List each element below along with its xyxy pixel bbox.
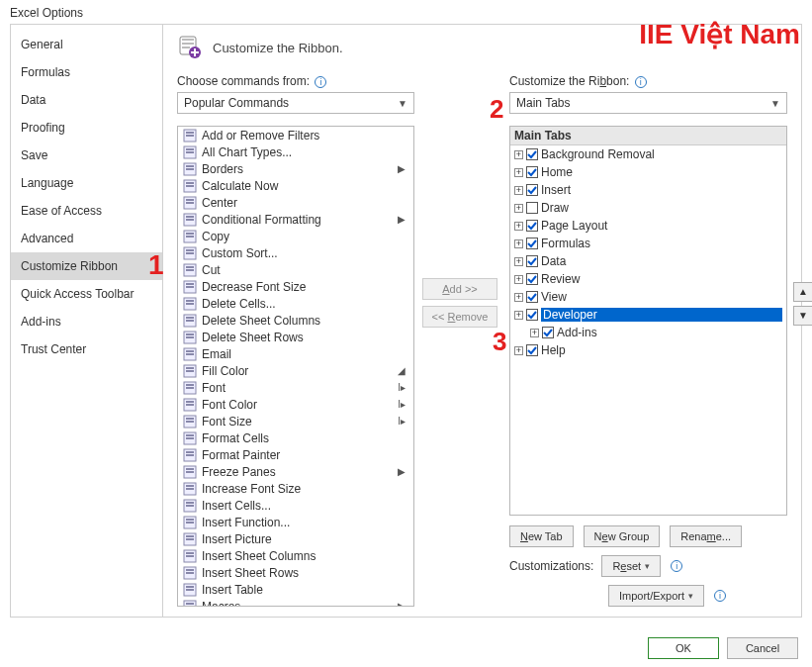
expander-icon[interactable]: + xyxy=(514,257,523,266)
customize-ribbon-dropdown[interactable]: Main Tabs ▼ xyxy=(509,92,787,114)
tab-item-home[interactable]: +Home xyxy=(510,163,786,181)
expander-icon[interactable]: + xyxy=(514,239,523,248)
tab-item-add-ins[interactable]: +Add-ins xyxy=(510,324,786,341)
expander-icon[interactable]: + xyxy=(514,293,523,302)
command-item[interactable]: Delete Cells... xyxy=(178,295,413,312)
tab-item-view[interactable]: +View xyxy=(510,288,786,306)
command-item[interactable]: Insert Sheet Rows xyxy=(178,564,413,581)
import-export-button[interactable]: Import/Export xyxy=(608,585,704,607)
sidebar-item-formulas[interactable]: Formulas xyxy=(11,58,162,86)
new-tab-button[interactable]: New Tab xyxy=(509,525,574,547)
sidebar-item-advanced[interactable]: Advanced xyxy=(11,225,162,252)
command-item[interactable]: Fill Color◢ xyxy=(178,362,413,379)
tabs-tree[interactable]: Main Tabs +Background Removal+Home+Inser… xyxy=(509,126,787,516)
expander-icon[interactable]: + xyxy=(514,204,523,213)
new-group-button[interactable]: New Group xyxy=(584,525,661,547)
tab-item-data[interactable]: +Data xyxy=(510,252,786,270)
command-item[interactable]: Email xyxy=(178,345,413,362)
info-icon[interactable]: i xyxy=(671,560,682,572)
command-item[interactable]: Insert Table xyxy=(178,581,413,598)
remove-button[interactable]: << Remove xyxy=(422,306,497,328)
tab-checkbox[interactable] xyxy=(526,309,538,321)
add-button[interactable]: Add >> xyxy=(422,278,497,300)
tab-checkbox[interactable] xyxy=(526,184,538,196)
expander-icon[interactable]: + xyxy=(514,222,523,231)
tab-item-review[interactable]: +Review xyxy=(510,270,786,288)
command-item[interactable]: Format Painter xyxy=(178,446,413,463)
command-item[interactable]: Conditional Formatting▶ xyxy=(178,211,413,228)
svg-rect-66 xyxy=(186,454,194,456)
command-item[interactable]: FontI▸ xyxy=(178,379,413,396)
expander-icon[interactable]: + xyxy=(514,150,523,159)
command-item[interactable]: Decrease Font Size xyxy=(178,278,413,295)
command-item[interactable]: Font SizeI▸ xyxy=(178,413,413,429)
command-item[interactable]: Insert Function... xyxy=(178,514,413,530)
commands-listbox[interactable]: Add or Remove FiltersAll Chart Types...B… xyxy=(177,126,414,607)
command-item[interactable]: Add or Remove Filters xyxy=(178,127,413,143)
sidebar-item-language[interactable]: Language xyxy=(11,169,162,197)
command-item[interactable]: Freeze Panes▶ xyxy=(178,463,413,480)
tab-item-help[interactable]: +Help xyxy=(510,341,786,359)
cancel-button[interactable]: Cancel xyxy=(727,637,798,659)
command-item[interactable]: Delete Sheet Columns xyxy=(178,312,413,329)
tab-item-developer[interactable]: +Developer xyxy=(510,306,786,324)
tab-checkbox[interactable] xyxy=(526,202,538,214)
ok-button[interactable]: OK xyxy=(648,637,719,659)
branding-watermark: IIE Việt Nam xyxy=(639,18,800,50)
sidebar-item-proofing[interactable]: Proofing xyxy=(11,114,162,142)
sidebar-item-trust-center[interactable]: Trust Center xyxy=(11,335,162,363)
command-item[interactable]: Calculate Now xyxy=(178,177,413,194)
tab-checkbox[interactable] xyxy=(526,166,538,178)
expander-icon[interactable]: + xyxy=(530,329,539,337)
tab-checkbox[interactable] xyxy=(542,327,554,338)
move-down-button[interactable]: ▼ xyxy=(793,306,812,326)
rename-button[interactable]: Rename... xyxy=(670,525,742,547)
command-item[interactable]: Copy xyxy=(178,228,413,244)
tab-checkbox[interactable] xyxy=(526,255,538,267)
info-icon[interactable]: i xyxy=(635,76,647,88)
command-item[interactable]: Cut xyxy=(178,261,413,278)
command-icon xyxy=(182,397,198,413)
sidebar-item-save[interactable]: Save xyxy=(11,142,162,169)
sidebar-item-add-ins[interactable]: Add-ins xyxy=(11,308,162,335)
info-icon[interactable]: i xyxy=(714,590,726,602)
tab-checkbox[interactable] xyxy=(526,220,538,232)
tab-item-insert[interactable]: +Insert xyxy=(510,181,786,199)
tab-checkbox[interactable] xyxy=(526,291,538,303)
info-icon[interactable]: i xyxy=(315,76,326,88)
tab-item-formulas[interactable]: +Formulas xyxy=(510,235,786,252)
tab-checkbox[interactable] xyxy=(526,148,538,160)
command-item[interactable]: Insert Cells... xyxy=(178,497,413,514)
choose-commands-dropdown[interactable]: Popular Commands ▼ xyxy=(177,92,414,114)
expander-icon[interactable]: + xyxy=(514,186,523,195)
expander-icon[interactable]: + xyxy=(514,311,523,320)
sidebar-item-ease-of-access[interactable]: Ease of Access xyxy=(11,197,162,225)
tab-checkbox[interactable] xyxy=(526,273,538,285)
command-item[interactable]: Increase Font Size xyxy=(178,480,413,497)
command-item[interactable]: Custom Sort... xyxy=(178,244,413,261)
tab-checkbox[interactable] xyxy=(526,238,538,249)
expander-icon[interactable]: + xyxy=(514,275,523,284)
sidebar-item-quick-access-toolbar[interactable]: Quick Access Toolbar xyxy=(11,280,162,308)
sidebar-item-general[interactable]: General xyxy=(11,31,162,58)
command-item[interactable]: Format Cells xyxy=(178,429,413,446)
command-item[interactable]: Insert Picture xyxy=(178,530,413,547)
command-item[interactable]: Macros▶ xyxy=(178,598,413,607)
sidebar-item-customize-ribbon[interactable]: Customize Ribbon xyxy=(11,252,162,280)
command-item[interactable]: Font ColorI▸ xyxy=(178,396,413,413)
sidebar-item-data[interactable]: Data xyxy=(11,86,162,114)
tab-item-page-layout[interactable]: +Page Layout xyxy=(510,217,786,235)
reset-button[interactable]: Reset xyxy=(601,555,661,577)
tab-checkbox[interactable] xyxy=(526,344,538,356)
customizations-label: Customizations: xyxy=(509,559,593,573)
expander-icon[interactable]: + xyxy=(514,168,523,177)
command-item[interactable]: All Chart Types... xyxy=(178,143,413,160)
command-item[interactable]: Delete Sheet Rows xyxy=(178,329,413,345)
move-up-button[interactable]: ▲ xyxy=(793,282,812,302)
tab-item-background-removal[interactable]: +Background Removal xyxy=(510,145,786,163)
command-item[interactable]: Borders▶ xyxy=(178,160,413,177)
tab-item-draw[interactable]: +Draw xyxy=(510,199,786,217)
command-item[interactable]: Insert Sheet Columns xyxy=(178,547,413,564)
command-item[interactable]: Center xyxy=(178,194,413,211)
expander-icon[interactable]: + xyxy=(514,346,523,355)
